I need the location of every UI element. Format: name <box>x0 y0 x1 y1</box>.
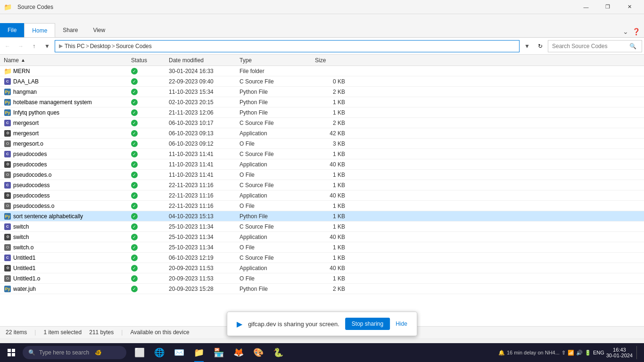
sync-status-icon: ✓ <box>131 244 138 251</box>
refresh-button[interactable]: ↻ <box>535 41 546 52</box>
tab-home[interactable]: Home <box>24 23 55 37</box>
file-date: 06-10-2023 09:13 <box>165 130 236 137</box>
title-bar-controls: — ❐ ✕ <box>575 0 640 14</box>
table-row[interactable]: O Untitled1.o ✓ 20-09-2023 11:53 O File … <box>0 273 644 284</box>
table-row[interactable]: O pseudocodess.o ✓ 22-11-2023 11:16 O Fi… <box>0 201 644 211</box>
tab-share[interactable]: Share <box>55 23 85 37</box>
taskbar-mail[interactable]: ✉️ <box>170 343 189 362</box>
ribbon: File Home Share View ⌄ ❓ <box>0 14 644 38</box>
recent-locations-button[interactable]: ▼ <box>41 41 53 52</box>
file-status: ✓ <box>127 203 165 209</box>
table-row[interactable]: O switch.o ✓ 25-10-2023 11:34 O File 1 K… <box>0 242 644 253</box>
stop-sharing-button[interactable]: Stop sharing <box>345 318 390 330</box>
address-path[interactable]: ▶ This PC > Desktop > Source Codes <box>55 40 520 52</box>
taskbar-firefox[interactable]: 🦊 <box>229 343 248 362</box>
back-button[interactable]: ← <box>2 41 13 52</box>
minimize-button[interactable]: — <box>575 0 597 14</box>
table-row[interactable]: ⚙ pseudocodes ✓ 11-10-2023 11:41 Applica… <box>0 159 644 170</box>
show-desktop-button[interactable] <box>636 346 638 359</box>
taskbar-file-explorer[interactable]: 📁 <box>190 343 208 362</box>
up-button[interactable]: ↑ <box>28 41 40 52</box>
file-name: Infytq python ques <box>13 109 59 116</box>
table-row[interactable]: ⚙ Untitled1 ✓ 20-09-2023 11:53 Applicati… <box>0 263 644 273</box>
table-row[interactable]: C Untitled1 ✓ 06-10-2023 12:19 C Source … <box>0 253 644 263</box>
col-header-size[interactable]: Size <box>311 57 349 64</box>
availability-status: Available on this device <box>130 329 189 336</box>
sync-status-icon: ✓ <box>131 265 138 272</box>
table-row[interactable]: ⚙ mergesort ✓ 06-10-2023 09:13 Applicati… <box>0 128 644 139</box>
file-status: ✓ <box>127 89 165 95</box>
table-row[interactable]: C pseudocodes ✓ 11-10-2023 11:41 C Sourc… <box>0 149 644 159</box>
close-button[interactable]: ✕ <box>619 0 640 14</box>
share-message: gifcap.dev is sharing your screen. <box>248 321 339 328</box>
file-size: 3 KB <box>311 140 349 147</box>
table-row[interactable]: ⚙ pseudocodess ✓ 22-11-2023 11:16 Applic… <box>0 190 644 201</box>
col-header-status[interactable]: Status <box>127 57 165 64</box>
table-row[interactable]: Py hotelbase management system ✓ 02-10-2… <box>0 97 644 107</box>
svg-rect-1 <box>12 349 15 352</box>
file-date: 22-11-2023 11:16 <box>165 192 236 199</box>
tab-file[interactable]: File <box>0 23 24 37</box>
file-name: mergesort.o <box>13 140 43 147</box>
col-header-type[interactable]: Type <box>236 57 311 64</box>
table-row[interactable]: O pseudocodes.o ✓ 11-10-2023 11:41 O Fil… <box>0 170 644 180</box>
sync-status-icon: ✓ <box>131 203 138 209</box>
ribbon-help-icon[interactable]: ❓ <box>632 28 640 35</box>
table-row[interactable]: ⚙ switch ✓ 25-10-2023 11:34 Application … <box>0 232 644 242</box>
file-type: C Source File <box>236 78 311 85</box>
file-name: mergesort <box>13 120 39 126</box>
tab-view[interactable]: View <box>85 23 113 37</box>
table-row[interactable]: C mergesort ✓ 06-10-2023 10:17 C Source … <box>0 118 644 128</box>
table-row[interactable]: Py water.juh ✓ 20-09-2023 15:28 Python F… <box>0 284 644 294</box>
sync-status-icon: ✓ <box>131 120 138 126</box>
file-name-cell: C pseudocodess <box>0 181 127 189</box>
taskbar-edge[interactable]: 🌐 <box>150 343 169 362</box>
file-status: ✓ <box>127 151 165 157</box>
table-row[interactable]: Py hangman ✓ 11-10-2023 15:34 Python Fil… <box>0 87 644 97</box>
speaker-icon[interactable]: 🔊 <box>576 350 583 356</box>
file-name: Untitled1 <box>13 265 35 272</box>
col-header-name[interactable]: Name ▲ <box>0 57 127 64</box>
sync-status-icon: ✓ <box>131 255 138 261</box>
wifi-icon: 📶 <box>568 350 574 356</box>
table-row[interactable]: O mergesort.o ✓ 06-10-2023 09:12 O File … <box>0 139 644 149</box>
file-type: Application <box>236 265 311 272</box>
table-row[interactable]: Py Infytq python ques ✓ 21-11-2023 12:06… <box>0 107 644 118</box>
table-row[interactable]: C pseudocodess ✓ 22-11-2023 11:16 C Sour… <box>0 180 644 190</box>
taskbar-items: ⬜ 🌐 ✉️ 📁 🏪 🦊 🎨 🐍 <box>130 343 495 362</box>
taskbar-python[interactable]: 🐍 <box>269 343 288 362</box>
table-row[interactable]: C switch ✓ 25-10-2023 11:34 C Source Fil… <box>0 222 644 232</box>
address-dropdown-button[interactable]: ▼ <box>521 41 533 52</box>
forward-button[interactable]: → <box>15 41 26 52</box>
tray-chevron[interactable]: ⇧ <box>561 350 566 356</box>
file-type: O File <box>236 172 311 178</box>
search-input[interactable] <box>552 43 627 49</box>
table-row[interactable]: Py sort sentence alphabetically ✓ 04-10-… <box>0 211 644 222</box>
start-button[interactable] <box>2 343 21 362</box>
table-row[interactable]: C DAA_LAB ✓ 22-09-2023 09:40 C Source Fi… <box>0 76 644 87</box>
selected-size: 211 bytes <box>89 329 114 336</box>
file-size: 40 KB <box>311 161 349 168</box>
notification-icon[interactable]: 🔔 <box>498 350 505 356</box>
search-icon[interactable]: 🔍 <box>629 43 636 49</box>
taskbar: 🔍 Type here to search 🐠 ⬜ 🌐 ✉️ 📁 🏪 🦊 🎨 🐍 <box>0 343 644 362</box>
taskbar-clock[interactable]: 16:43 30-01-2024 <box>606 347 633 358</box>
taskbar-store[interactable]: 🏪 <box>209 343 228 362</box>
taskbar-app6[interactable]: 🎨 <box>249 343 268 362</box>
sync-status-icon: ✓ <box>131 89 138 95</box>
sync-status-icon: ✓ <box>131 234 138 240</box>
sort-arrow-icon: ▲ <box>21 58 25 63</box>
sync-status-icon: ✓ <box>131 275 138 282</box>
sync-status-icon: ✓ <box>131 213 138 220</box>
taskbar-task-view[interactable]: ⬜ <box>130 343 149 362</box>
file-name-cell: ⚙ switch <box>0 233 127 241</box>
file-type: C Source File <box>236 223 311 230</box>
file-status: ✓ <box>127 68 165 74</box>
file-type: Application <box>236 192 311 199</box>
maximize-button[interactable]: ❐ <box>597 0 619 14</box>
col-header-date[interactable]: Date modified <box>165 57 236 64</box>
taskbar-search[interactable]: 🔍 Type here to search 🐠 <box>23 346 126 359</box>
ribbon-expand-icon[interactable]: ⌄ <box>623 28 628 35</box>
hide-button[interactable]: Hide <box>396 321 407 327</box>
table-row[interactable]: 📁 MERN ✓ 30-01-2024 16:33 File folder <box>0 66 644 76</box>
